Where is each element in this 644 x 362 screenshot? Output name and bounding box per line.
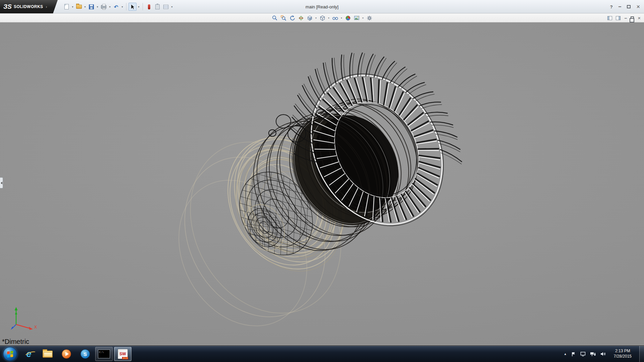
new-document-icon bbox=[64, 4, 69, 9]
rebuild-icon bbox=[148, 4, 150, 9]
explorer-folder-icon bbox=[43, 351, 53, 358]
section-view-icon bbox=[298, 15, 304, 21]
messenger-icon: S bbox=[80, 349, 90, 359]
command-prompt-label: C:\ bbox=[99, 351, 104, 354]
undo-button[interactable]: ↶ bbox=[112, 3, 120, 11]
previous-view-button[interactable] bbox=[288, 14, 296, 22]
minimize-button[interactable]: – bbox=[619, 4, 622, 9]
view-orientation-label: *Dimetric bbox=[2, 338, 29, 346]
view-settings-button[interactable] bbox=[366, 14, 373, 22]
hide-show-items-button[interactable] bbox=[331, 14, 339, 22]
open-dropdown[interactable]: ▾ bbox=[83, 3, 87, 11]
file-properties-icon bbox=[155, 4, 160, 9]
print-icon bbox=[101, 5, 106, 9]
toolbar-separator bbox=[143, 3, 143, 10]
display-style-icon bbox=[319, 15, 325, 21]
rebuild-button[interactable] bbox=[145, 3, 153, 11]
taskbar-command-prompt[interactable]: C:\ bbox=[95, 347, 113, 361]
solidworks-icon-label: SW bbox=[119, 352, 126, 356]
select-dropdown[interactable]: ▾ bbox=[137, 3, 141, 11]
select-cursor-icon bbox=[130, 4, 136, 10]
hide-show-items-dropdown[interactable]: ▾ bbox=[340, 17, 343, 19]
heads-up-view-toolbar: ▾ ▾ ▾ bbox=[271, 13, 373, 22]
apply-scene-button[interactable] bbox=[353, 14, 361, 22]
triad-x-label: X bbox=[34, 325, 37, 329]
graphics-area[interactable]: X *Dimetric bbox=[0, 22, 644, 346]
zoom-to-area-button[interactable] bbox=[280, 14, 287, 22]
view-orientation-dropdown[interactable]: ▾ bbox=[315, 17, 318, 19]
options-icon bbox=[163, 5, 168, 9]
quick-access-toolbar: ▾ ▾ ▾ ▾ ↶ ▾ ▾ ▾ bbox=[62, 0, 174, 13]
new-document-button[interactable] bbox=[62, 3, 70, 11]
undo-icon: ↶ bbox=[114, 4, 118, 9]
maximize-button[interactable] bbox=[627, 5, 631, 8]
feature-pane-toggle[interactable] bbox=[0, 177, 3, 188]
turbine-wireframe-model[interactable] bbox=[0, 22, 644, 346]
start-button[interactable] bbox=[1, 347, 19, 361]
open-folder-icon bbox=[76, 5, 82, 9]
pane-left-icon[interactable] bbox=[607, 16, 612, 20]
save-dropdown[interactable]: ▾ bbox=[96, 3, 99, 11]
doc-minimize-button[interactable]: – bbox=[624, 16, 627, 20]
display-style-dropdown[interactable]: ▾ bbox=[327, 17, 330, 19]
edit-appearance-button[interactable] bbox=[344, 14, 352, 22]
apply-scene-dropdown[interactable]: ▾ bbox=[362, 17, 365, 19]
doc-restore-button[interactable] bbox=[631, 16, 634, 19]
open-button[interactable] bbox=[75, 3, 83, 11]
doc-close-button[interactable]: × bbox=[638, 15, 641, 20]
display-style-button[interactable] bbox=[319, 14, 326, 22]
hidden-icons-button[interactable]: ▲ bbox=[564, 352, 567, 356]
orientation-triad: X bbox=[9, 305, 40, 332]
document-window-controls: – × bbox=[607, 13, 641, 22]
tray-window-icon[interactable] bbox=[580, 352, 586, 356]
zoom-to-fit-icon bbox=[272, 15, 278, 21]
document-bar: ▾ ▾ ▾ bbox=[0, 13, 644, 22]
internet-explorer-icon: e bbox=[26, 350, 31, 359]
network-icon[interactable] bbox=[590, 352, 596, 356]
view-settings-gear-icon bbox=[366, 15, 372, 21]
command-prompt-icon: C:\ bbox=[98, 350, 110, 358]
save-button[interactable] bbox=[87, 3, 95, 11]
logo-menu-chevron-icon[interactable]: › bbox=[46, 5, 47, 9]
titlebar: ЗS SOLIDWORKS › ▾ ▾ ▾ ▾ ↶ ▾ ▾ bbox=[0, 0, 644, 13]
zoom-to-area-icon bbox=[280, 15, 286, 21]
close-button[interactable]: × bbox=[636, 4, 640, 10]
print-button[interactable] bbox=[100, 3, 108, 11]
taskbar-solidworks[interactable]: SW 2015 bbox=[114, 347, 131, 361]
previous-view-icon bbox=[289, 15, 295, 21]
print-dropdown[interactable]: ▾ bbox=[108, 3, 112, 11]
select-button[interactable] bbox=[128, 3, 137, 11]
scene-picture-icon bbox=[354, 15, 360, 21]
view-orientation-cube-icon bbox=[307, 15, 313, 21]
options-button[interactable] bbox=[162, 3, 170, 11]
save-icon bbox=[89, 4, 94, 9]
system-tray: ▲ 2:13 PM 7/2 bbox=[564, 346, 644, 362]
volume-icon[interactable] bbox=[600, 352, 606, 356]
taskbar-clock[interactable]: 2:13 PM 7/28/2015 bbox=[614, 349, 632, 359]
undo-dropdown[interactable]: ▾ bbox=[120, 3, 124, 11]
help-button[interactable]: ? bbox=[610, 4, 613, 9]
taskbar-media-player[interactable] bbox=[58, 347, 75, 361]
clock-date: 7/28/2015 bbox=[614, 354, 632, 359]
show-desktop-button[interactable] bbox=[639, 346, 644, 362]
window-title: main [Read-only] bbox=[306, 0, 338, 13]
window-controls: ? – × bbox=[610, 0, 640, 13]
start-orb bbox=[3, 347, 17, 361]
taskbar-internet-explorer[interactable]: e bbox=[20, 347, 38, 361]
action-center-flag-icon[interactable] bbox=[571, 352, 576, 357]
view-orientation-button[interactable] bbox=[306, 14, 314, 22]
brand-mark-icon: ЗS bbox=[3, 3, 12, 10]
appearance-ball-icon bbox=[345, 15, 351, 21]
file-properties-button[interactable] bbox=[153, 3, 161, 11]
windows-flag-icon bbox=[6, 350, 14, 358]
section-view-button[interactable] bbox=[297, 14, 305, 22]
new-document-dropdown[interactable]: ▾ bbox=[71, 3, 74, 11]
solidworks-logo[interactable]: ЗS SOLIDWORKS › bbox=[0, 0, 58, 13]
pane-right-icon[interactable] bbox=[616, 16, 621, 20]
clock-time: 2:13 PM bbox=[614, 349, 632, 354]
taskbar-messenger[interactable]: S bbox=[76, 347, 94, 361]
media-player-icon bbox=[62, 349, 71, 359]
taskbar-windows-explorer[interactable] bbox=[39, 347, 56, 361]
options-dropdown[interactable]: ▾ bbox=[170, 3, 174, 11]
zoom-to-fit-button[interactable] bbox=[271, 14, 279, 22]
